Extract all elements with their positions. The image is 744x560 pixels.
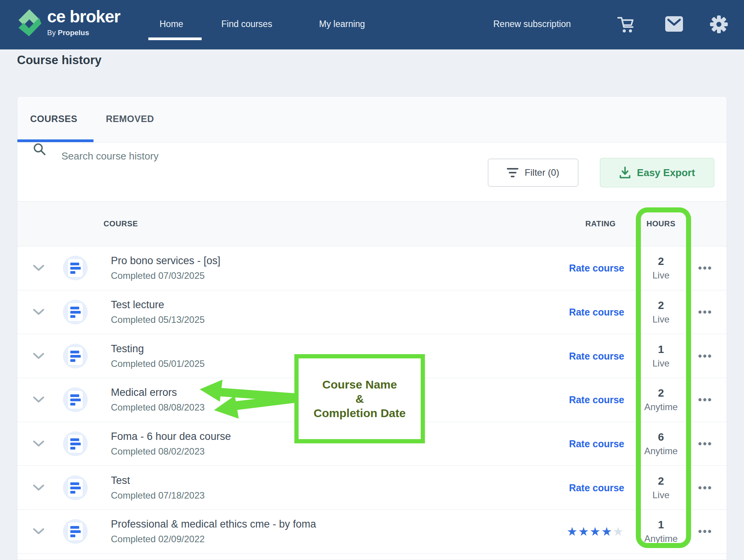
document-lines-icon: [68, 435, 83, 453]
filter-button-label: Filter (0): [525, 167, 559, 178]
chevron-down-icon[interactable]: [33, 484, 44, 491]
cart-icon[interactable]: [617, 15, 635, 34]
star-empty-icon: ★: [613, 525, 624, 538]
chevron-down-icon[interactable]: [33, 265, 44, 272]
tab-bar: COURSES REMOVED: [17, 97, 727, 143]
table-row: Professional & medical ethics cme - by f…: [17, 510, 727, 554]
star-rating: ★★★★★: [567, 525, 624, 538]
search-input[interactable]: [61, 143, 409, 170]
filter-icon: [507, 168, 518, 177]
course-type-icon: [63, 475, 88, 500]
nav-item-my-learning[interactable]: My learning: [319, 0, 365, 49]
course-table-body: Pro bono services - [os] Completed 07/03…: [17, 246, 727, 554]
document-lines-icon: [68, 259, 83, 277]
hours-delivery-type: Live: [634, 358, 688, 369]
document-lines-icon: [68, 391, 83, 409]
tab-removed[interactable]: REMOVED: [106, 114, 154, 124]
column-header-hours: HOURS: [634, 219, 688, 228]
hours-delivery-type: Anytime: [634, 533, 688, 544]
hours-value: 1: [634, 519, 688, 531]
hours-delivery-type: Live: [634, 314, 688, 325]
course-completed-date: Completed 07/03/2025: [111, 270, 221, 281]
course-type-icon: [63, 300, 88, 324]
rate-course-link[interactable]: Rate course: [569, 350, 624, 361]
chevron-down-icon[interactable]: [33, 528, 44, 535]
course-completed-date: Completed 05/01/2025: [111, 358, 205, 369]
star-filled-icon: ★: [567, 525, 578, 538]
table-row: Medical errors Completed 08/08/2023 Rate…: [17, 378, 727, 422]
nav-active-underline: [148, 37, 202, 40]
star-filled-icon: ★: [590, 525, 601, 538]
brand-name: ce broker: [47, 5, 120, 28]
document-lines-icon: [68, 303, 83, 321]
document-lines-icon: [68, 523, 83, 540]
gear-icon[interactable]: [710, 15, 728, 33]
hours-delivery-type: Live: [634, 270, 688, 281]
renew-subscription-link[interactable]: Renew subscription: [493, 0, 571, 49]
table-row: Pro bono services - [os] Completed 07/03…: [17, 246, 727, 290]
nav-item-find-courses[interactable]: Find courses: [221, 0, 272, 49]
hours-delivery-type: Anytime: [634, 446, 688, 456]
star-filled-icon: ★: [578, 525, 590, 538]
hours-value: 2: [634, 387, 688, 399]
row-actions-menu-button[interactable]: •••: [690, 394, 721, 406]
course-history-card: COURSES REMOVED Filter (0) Easy Export C…: [17, 96, 727, 560]
chevron-down-icon[interactable]: [33, 440, 44, 447]
row-actions-menu-button[interactable]: •••: [690, 306, 721, 318]
filter-button[interactable]: Filter (0): [488, 159, 578, 187]
document-lines-icon: [68, 347, 83, 365]
hours-value: 6: [634, 431, 688, 443]
row-actions-menu-button[interactable]: •••: [690, 482, 721, 494]
course-completed-date: Completed 08/02/2023: [111, 446, 231, 457]
course-completed-date: Completed 02/09/2022: [111, 534, 316, 545]
row-actions-menu-button[interactable]: •••: [690, 262, 721, 274]
course-completed-date: Completed 07/18/2023: [111, 490, 205, 501]
search-icon: [33, 143, 46, 156]
course-completed-date: Completed 05/13/2025: [111, 314, 205, 325]
rate-course-link[interactable]: Rate course: [569, 482, 624, 493]
row-actions-menu-button[interactable]: •••: [690, 438, 721, 450]
page-title: Course history: [17, 53, 102, 67]
course-type-icon: [63, 344, 88, 368]
course-title: Pro bono services - [os]: [111, 255, 221, 267]
course-type-icon: [63, 431, 88, 456]
row-actions-menu-button[interactable]: •••: [690, 526, 721, 538]
document-lines-icon: [68, 479, 83, 497]
tab-active-underline: [17, 139, 93, 142]
hours-delivery-type: Live: [634, 490, 688, 501]
row-actions-menu-button[interactable]: •••: [690, 350, 721, 362]
hours-value: 2: [634, 475, 688, 487]
course-title: Medical errors: [111, 387, 205, 399]
table-header: COURSE RATING HOURS: [17, 201, 727, 246]
course-type-icon: [63, 256, 88, 280]
table-row: Foma - 6 hour dea course Completed 08/02…: [17, 422, 727, 466]
rate-course-link[interactable]: Rate course: [569, 263, 624, 273]
course-type-icon: [63, 519, 88, 544]
course-title: Test: [111, 475, 205, 487]
star-filled-icon: ★: [601, 525, 613, 538]
easy-export-label: Easy Export: [637, 167, 695, 179]
rate-course-link[interactable]: Rate course: [569, 394, 624, 405]
hours-value: 2: [634, 255, 688, 268]
chevron-down-icon[interactable]: [33, 309, 44, 316]
chevron-down-icon[interactable]: [33, 396, 44, 403]
course-title: Testing: [111, 343, 205, 355]
column-header-rating: RATING: [558, 219, 616, 228]
brand-logo[interactable]: ce broker By Propelus: [17, 5, 120, 38]
hours-value: 2: [634, 299, 688, 312]
search-toolbar: Filter (0) Easy Export: [17, 143, 727, 201]
rate-course-link[interactable]: Rate course: [569, 307, 624, 317]
hours-delivery-type: Anytime: [634, 402, 688, 412]
course-type-icon: [63, 387, 88, 412]
cebroker-logo-icon: [17, 8, 42, 38]
nav-item-home[interactable]: Home: [160, 0, 183, 49]
brand-byline: By Propelus: [47, 29, 120, 37]
easy-export-button[interactable]: Easy Export: [600, 158, 714, 187]
tab-courses[interactable]: COURSES: [30, 114, 77, 124]
rate-course-link[interactable]: Rate course: [569, 438, 624, 449]
course-title: Test lecture: [111, 299, 205, 311]
mail-icon[interactable]: [665, 15, 683, 32]
chevron-down-icon[interactable]: [33, 353, 44, 360]
download-icon: [619, 166, 631, 179]
table-row: Test lecture Completed 05/13/2025 Rate c…: [17, 290, 727, 334]
